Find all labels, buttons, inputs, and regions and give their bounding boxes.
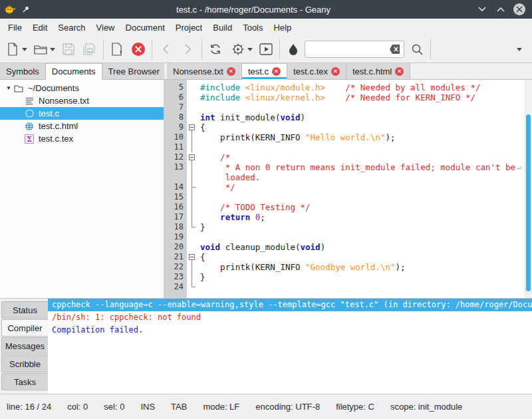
fold-marker (187, 132, 198, 142)
sidebar-tab-documents[interactable]: Documents (46, 63, 102, 80)
titlebar: test.c - /home/roger/Documents - Geany (0, 0, 532, 19)
editor-scrollbar[interactable] (525, 80, 532, 298)
fold-marker (187, 202, 198, 212)
fold-marker (187, 82, 198, 92)
code-segment: * A non 0 return means init_module faile… (200, 162, 515, 172)
wrap-indicator-icon: ↵ (517, 162, 521, 172)
maximize-button[interactable] (495, 3, 507, 15)
fold-marker (187, 272, 198, 282)
code-segment: /* (200, 152, 230, 162)
code-line: * A non 0 return means init_module faile… (200, 162, 532, 172)
compile-button[interactable] (207, 40, 224, 59)
code-segment: "Hello world.\n" (305, 132, 385, 142)
menubar: FileEditSearchViewDocumentProjectBuildTo… (0, 19, 532, 36)
panel-tab-tasks[interactable]: Tasks (1, 373, 49, 390)
new-file-dropdown[interactable] (21, 40, 28, 59)
compiler-message[interactable]: Compilation failed. (48, 324, 532, 337)
editor-tab-test.c[interactable]: test.c× (242, 63, 287, 80)
tree-root-folder[interactable]: ▼~/Documents (0, 82, 164, 94)
compiler-message[interactable]: cppcheck --language=c --enable=warning,s… (48, 299, 532, 311)
menu-item-search[interactable]: Search (53, 20, 90, 35)
fold-marker (187, 172, 198, 182)
compiler-output[interactable]: cppcheck --language=c --enable=warning,s… (48, 299, 532, 394)
tree-item-test.c.tex[interactable]: Σtest.c.tex (0, 132, 164, 145)
code-line: */ (200, 182, 532, 192)
code-segment: } (200, 222, 205, 232)
panel-tab-status[interactable]: Status (1, 301, 49, 319)
build-dropdown[interactable] (247, 40, 253, 59)
code-text[interactable]: #include <linux/module.h> /* Needed by a… (198, 80, 532, 298)
color-chooser-button[interactable] (285, 40, 302, 59)
code-line: /* TODO Testing */ (200, 202, 532, 212)
line-number: 21 (164, 252, 184, 262)
code-segment: ) (321, 242, 326, 252)
panel-tab-scribble[interactable]: Scribble (1, 355, 49, 372)
close-tab-icon[interactable]: × (331, 67, 340, 76)
sidebar-tab-symbols[interactable]: Symbols (0, 63, 46, 79)
sidebar-tab-bar: SymbolsDocumentsTree Browser (0, 63, 164, 80)
code-line: { (200, 122, 532, 132)
close-document-button[interactable] (130, 40, 147, 59)
open-file-dropdown[interactable] (49, 40, 56, 59)
search-button[interactable] (408, 40, 426, 59)
editor-tab-bar: Nonsense.txt×test.c×test.c.tex×test.c.ht… (164, 63, 532, 80)
panel-tab-messages[interactable]: Messages (1, 337, 49, 354)
statusbar-item-0: line: 16 / 24 (7, 402, 51, 412)
build-button[interactable] (229, 40, 247, 59)
menu-item-edit[interactable]: Edit (27, 20, 53, 35)
folder-icon (13, 83, 24, 94)
new-file-button[interactable] (4, 40, 21, 59)
editor-tab-test.c.tex[interactable]: test.c.tex× (287, 63, 346, 79)
tree-item-test.c.html[interactable]: test.c.html (0, 120, 164, 132)
menu-item-view[interactable]: View (91, 20, 120, 35)
open-file-button[interactable] (32, 40, 49, 59)
minimize-button[interactable] (476, 3, 488, 15)
close-button[interactable] (513, 3, 525, 15)
toolbar-overflow-dropdown[interactable] (516, 40, 523, 59)
menu-item-tools[interactable]: Tools (237, 20, 268, 35)
line-number (164, 172, 184, 182)
close-tab-icon[interactable]: × (272, 67, 281, 76)
fold-marker[interactable] (187, 152, 198, 162)
scrollbar-thumb[interactable] (526, 114, 531, 291)
menu-item-document[interactable]: Document (120, 20, 170, 35)
revert-button[interactable] (108, 40, 126, 59)
editor-tab-test.c.html[interactable]: test.c.html× (346, 63, 410, 79)
run-button[interactable] (257, 40, 275, 59)
line-number: 19 (164, 232, 184, 242)
fold-marker[interactable] (187, 252, 198, 262)
fold-marker[interactable] (187, 122, 198, 132)
menu-item-file[interactable]: File (3, 20, 27, 35)
code-segment: /* TODO Testing */ (200, 202, 311, 212)
pin-icon[interactable] (21, 5, 31, 14)
fold-marker (187, 232, 198, 242)
clear-search-icon[interactable] (389, 44, 401, 55)
editor-tab-label: test.c.html (352, 67, 392, 76)
close-tab-icon[interactable]: × (395, 67, 404, 76)
close-tab-icon[interactable]: × (227, 67, 235, 76)
fold-marker (187, 162, 198, 172)
editor-tab-Nonsense.txt[interactable]: Nonsense.txt× (167, 63, 242, 79)
tree-item-test.c[interactable]: test.c (0, 107, 164, 120)
expander-icon[interactable]: ▼ (4, 85, 13, 91)
code-line (200, 192, 532, 202)
tex-file-icon: Σ (24, 134, 35, 144)
fold-margin[interactable] (187, 80, 198, 298)
code-segment: return (220, 212, 250, 222)
menu-item-help[interactable]: Help (269, 20, 297, 35)
compiler-message[interactable]: /bin/sh: 1: cppcheck: not found (48, 311, 532, 324)
sidebar-tab-tree-browser[interactable]: Tree Browser (102, 63, 167, 79)
line-number: 22 (164, 262, 184, 272)
tree-item-Nonsense.txt[interactable]: Nonsense.txt (0, 94, 164, 107)
code-segment: init_module( (215, 112, 281, 122)
statusbar-item-7: filetype: C (336, 402, 374, 412)
panel-tab-compiler[interactable]: Compiler (1, 319, 49, 337)
nav-back-button (157, 40, 174, 59)
menu-item-build[interactable]: Build (207, 20, 237, 35)
message-panel: StatusCompilerMessagesScribbleTasks cppc… (0, 298, 532, 394)
fold-marker (187, 102, 198, 112)
menu-item-project[interactable]: Project (170, 20, 207, 35)
fold-marker (187, 242, 198, 252)
line-number: 12 (164, 152, 184, 162)
code-view[interactable]: 56789101112131415161718192021222324 #inc… (164, 80, 532, 298)
